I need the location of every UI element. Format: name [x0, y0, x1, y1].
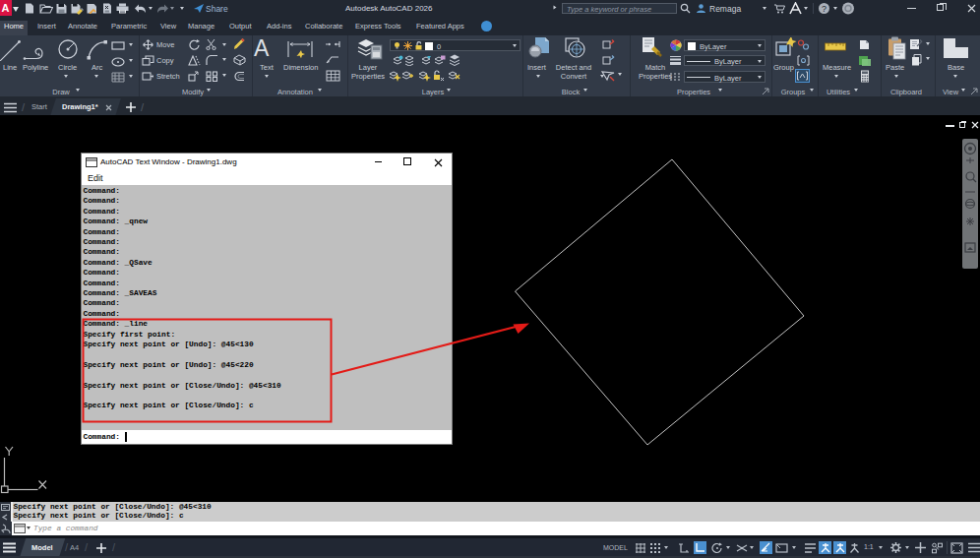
svg-text:?: ? — [822, 4, 827, 14]
